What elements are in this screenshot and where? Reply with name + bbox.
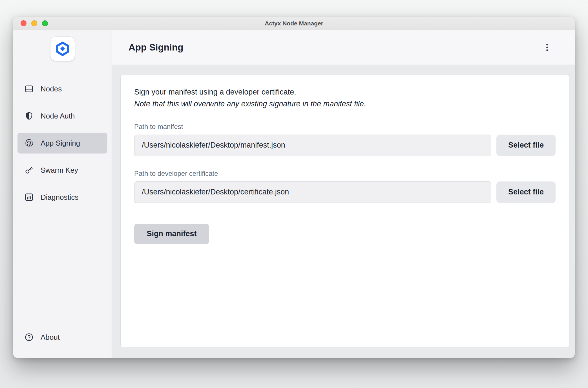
window-controls [13, 20, 48, 26]
sidebar-item-swarm-key[interactable]: Swarm Key [17, 160, 107, 181]
actyx-logo-icon [54, 41, 71, 57]
overflow-menu-button[interactable] [541, 41, 553, 54]
sidebar-item-node-auth[interactable]: Node Auth [17, 106, 107, 126]
question-circle-icon [24, 332, 34, 342]
sidebar-item-label: Node Auth [41, 112, 75, 120]
zoom-window-button[interactable] [42, 20, 48, 26]
note-text: Note that this will overwrite any existi… [134, 99, 556, 109]
shield-icon [24, 111, 34, 121]
minimize-window-button[interactable] [31, 20, 37, 26]
sidebar-item-label: App Signing [41, 139, 80, 148]
sidebar-nav: Nodes Node Auth [13, 78, 112, 208]
sign-manifest-button[interactable]: Sign manifest [134, 224, 209, 244]
manifest-path-input[interactable] [134, 135, 491, 156]
app-window: Actyx Node Manager Nodes [13, 17, 575, 358]
content-area: Sign your manifest using a developer cer… [112, 65, 575, 358]
main-panel: App Signing Sign your manifest using a d… [112, 30, 575, 358]
page-title: App Signing [129, 42, 183, 53]
app-signing-card: Sign your manifest using a developer cer… [121, 75, 569, 347]
key-icon [24, 165, 34, 175]
page-header: App Signing [112, 30, 575, 65]
kebab-menu-icon [542, 42, 552, 52]
certificate-select-file-button[interactable]: Select file [496, 181, 556, 203]
sidebar-item-nodes[interactable]: Nodes [17, 78, 107, 99]
window-title: Actyx Node Manager [13, 20, 575, 27]
titlebar: Actyx Node Manager [13, 17, 575, 30]
certificate-path-label: Path to developer certificate [134, 170, 556, 177]
close-window-button[interactable] [21, 20, 26, 26]
fingerprint-icon [24, 138, 34, 148]
description-text: Sign your manifest using a developer cer… [134, 87, 556, 97]
nodes-icon [24, 84, 34, 94]
manifest-path-label: Path to manifest [134, 123, 556, 131]
sidebar-item-about[interactable]: About [17, 327, 107, 348]
certificate-field-group: Path to developer certificate Select fil… [134, 170, 556, 203]
sidebar: Nodes Node Auth [13, 30, 112, 358]
sidebar-item-label: Nodes [41, 85, 62, 93]
sidebar-item-app-signing[interactable]: App Signing [17, 133, 107, 154]
certificate-path-input[interactable] [134, 181, 491, 203]
sidebar-item-label: Diagnostics [41, 193, 78, 202]
manifest-select-file-button[interactable]: Select file [496, 135, 556, 156]
actyx-logo [50, 37, 75, 61]
manifest-field-group: Path to manifest Select file [134, 123, 556, 156]
sidebar-item-label: Swarm Key [41, 166, 78, 175]
bar-chart-icon [24, 192, 34, 202]
sidebar-item-label: About [41, 333, 60, 342]
sidebar-item-diagnostics[interactable]: Diagnostics [17, 187, 107, 208]
